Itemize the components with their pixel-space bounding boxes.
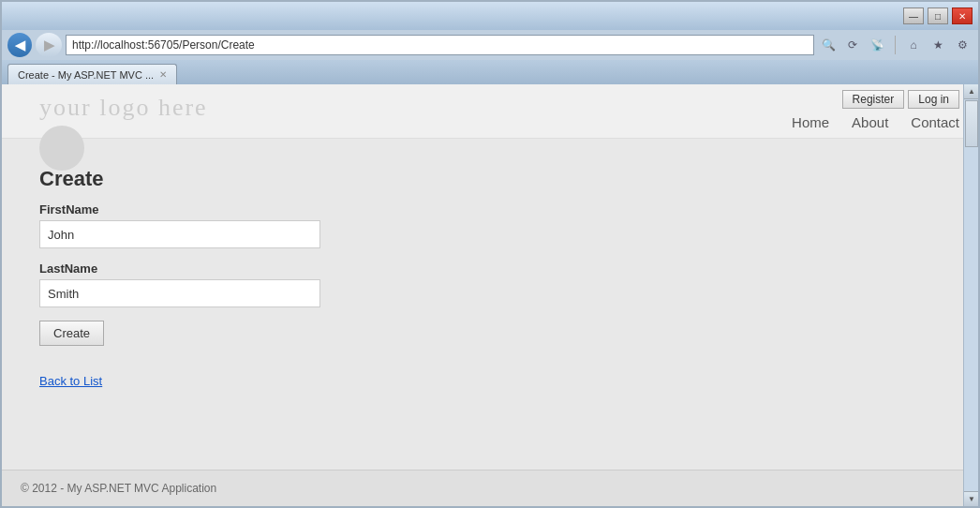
auth-area: Register Log in	[842, 90, 959, 109]
favorites-icon[interactable]: ★	[928, 35, 948, 55]
scroll-down-button[interactable]: ▼	[964, 491, 978, 506]
back-button[interactable]: ◀	[7, 33, 32, 57]
tab-bar: Create - My ASP.NET MVC ... ✕	[2, 60, 978, 84]
active-tab[interactable]: Create - My ASP.NET MVC ... ✕	[7, 64, 177, 84]
tab-title: Create - My ASP.NET MVC ...	[18, 69, 154, 81]
firstname-label: FirstName	[39, 202, 377, 217]
address-bar	[66, 35, 814, 55]
forward-button[interactable]: ▶	[36, 33, 62, 57]
lastname-label: LastName	[39, 261, 377, 276]
nav-bar: ◀ ▶ 🔍 ⟳ 📡 ⌂ ★ ⚙	[2, 30, 978, 60]
site-footer: © 2012 - My ASP.NET MVC Application	[2, 470, 978, 506]
logo-container: your logo here	[39, 94, 208, 171]
nav-home[interactable]: Home	[792, 114, 829, 130]
scrollbar[interactable]: ▲ ▼	[963, 84, 978, 506]
firstname-input[interactable]	[39, 220, 320, 248]
register-button[interactable]: Register	[842, 90, 905, 109]
nav-contact[interactable]: Contact	[911, 114, 959, 130]
minimize-button[interactable]: —	[903, 7, 924, 24]
close-button[interactable]: ✕	[952, 7, 973, 24]
login-button[interactable]: Log in	[908, 90, 959, 109]
page-wrapper: your logo here Register Log in Home Abou…	[2, 84, 978, 506]
logo-text: your logo here	[39, 94, 208, 122]
home-icon[interactable]: ⌂	[903, 35, 924, 55]
site-header: your logo here Register Log in Home Abou…	[2, 84, 978, 139]
window-controls: — □ ✕	[903, 7, 973, 24]
maximize-button[interactable]: □	[928, 7, 948, 24]
create-button[interactable]: Create	[39, 321, 104, 346]
main-content: Create FirstName LastName Create Back to…	[2, 139, 978, 470]
rss-icon[interactable]: 📡	[867, 35, 887, 55]
refresh-icon[interactable]: ⟳	[842, 35, 863, 55]
logo-circle	[39, 126, 84, 171]
create-form: Create FirstName LastName Create Back to…	[39, 167, 377, 389]
settings-icon[interactable]: ⚙	[952, 35, 973, 55]
back-to-list-link[interactable]: Back to List	[39, 374, 102, 388]
address-input[interactable]	[72, 38, 808, 52]
title-bar: — □ ✕	[2, 2, 978, 30]
tab-close-icon[interactable]: ✕	[159, 69, 167, 80]
scroll-up-button[interactable]: ▲	[964, 84, 978, 99]
lastname-input[interactable]	[39, 279, 320, 307]
scroll-thumb[interactable]	[965, 100, 978, 147]
nav-about[interactable]: About	[852, 114, 888, 130]
search-icon[interactable]: 🔍	[818, 35, 839, 55]
footer-text: © 2012 - My ASP.NET MVC Application	[21, 482, 216, 495]
